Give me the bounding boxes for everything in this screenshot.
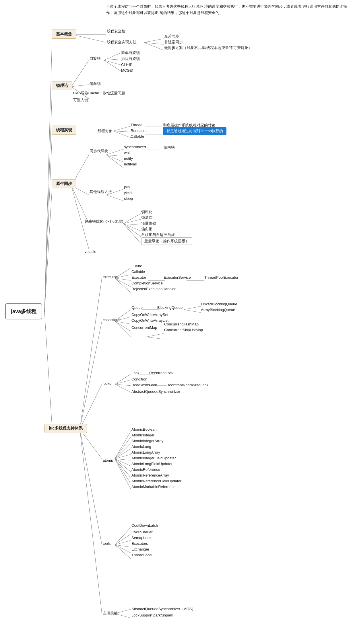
svg-line-27: [106, 149, 123, 155]
svg-line-16: [104, 60, 121, 71]
volatile-kw: volatile: [85, 249, 96, 254]
svg-line-70: [115, 432, 131, 459]
svg-line-67: [115, 384, 131, 392]
synchronized-kw: synchronized: [124, 145, 146, 149]
svg-line-58: [115, 321, 131, 337]
svg-line-78: [115, 459, 131, 477]
svg-line-30: [106, 155, 123, 168]
root-node: java多线程: [5, 303, 42, 319]
executorservice-class: ExecutorService: [164, 275, 191, 280]
callable-juc: Callable: [131, 270, 145, 274]
executor-label: executor: [103, 275, 117, 279]
atomicboolean-class: AtomicBoolean: [131, 427, 156, 432]
tools-label: tools: [103, 541, 110, 546]
concurrentmap-class: ConcurrentMap: [131, 325, 157, 330]
svg-line-29: [106, 155, 123, 162]
atomiclongfieldupdater-class: AtomicLongFieldUpdater: [131, 462, 172, 466]
cyclicbarrier-class: CyclicBarrier: [131, 530, 153, 534]
nonblocking-sync: 非阻塞同步: [164, 40, 183, 45]
svg-line-36: [123, 219, 141, 224]
atomicreferencearray-class: AtomicReferenceArray: [131, 473, 169, 477]
lock-interface: Lock: [131, 371, 139, 375]
threadpoolexecutor-class: ThreadPoolExecutor: [204, 275, 238, 280]
svg-line-81: [115, 528, 131, 545]
reentrantlock-class: ReentrantLock: [149, 371, 174, 375]
future-class: Future: [131, 264, 142, 268]
lock-elim: 锁清除: [141, 215, 152, 220]
svg-line-20: [113, 131, 131, 138]
cat-thread: 线程实现: [52, 126, 76, 135]
svg-line-76: [115, 459, 131, 466]
svg-line-37: [123, 224, 141, 225]
svg-line-82: [115, 534, 131, 545]
biased-lock-opt: 偏向锁: [141, 227, 152, 232]
svg-line-75: [115, 459, 131, 460]
mindmap-container: 当多个线程访问一个对象时，如果不考虑这些线程运行时环 境的调度和交替执行，也不需…: [0, 0, 353, 644]
concurrentskiplistmap-class: ConcurrentSkipListMap: [164, 328, 203, 332]
svg-line-45: [80, 429, 102, 545]
notify-method: notify: [124, 156, 133, 161]
abstractqueuedsynchronizer-class: AbstractQueuedSynchronizer: [131, 389, 180, 394]
executor-class: Executor: [131, 275, 146, 280]
svg-line-4: [44, 312, 52, 429]
svg-line-79: [115, 459, 131, 483]
heavy-lock: 重量级锁（操作系统层级）: [141, 237, 192, 245]
svg-line-35: [123, 214, 141, 224]
svg-line-83: [115, 540, 131, 545]
copyonwritearrayset-class: CopyOnWriteArraySet: [131, 313, 168, 317]
locksupport-class: LockSupport.park/unpark: [131, 613, 173, 617]
semaphore-class: Semaphore: [131, 536, 151, 540]
cas-cache: CAS导致Cache一致性流量问题: [73, 91, 125, 96]
svg-line-62: [146, 333, 164, 337]
svg-line-7: [144, 39, 164, 42]
svg-line-11: [71, 85, 89, 87]
reentrant-lock-theory: 可重入锁: [73, 97, 88, 103]
other-thread-methods: 其他线程方法: [90, 189, 112, 194]
thread-class: Thread: [131, 123, 142, 127]
svg-line-86: [115, 545, 131, 559]
blockingqueue-class: BlockingQueue: [157, 305, 183, 310]
mutex-sync: 互斥同步: [164, 34, 179, 39]
spinlock-label: 自旋锁: [90, 56, 101, 61]
svg-line-13: [104, 53, 121, 60]
simple-spinlock: 简单自旋锁: [121, 50, 140, 55]
svg-line-38: [123, 224, 141, 231]
queue-spinlock: 排队自旋锁: [121, 56, 140, 61]
svg-line-71: [115, 437, 131, 459]
locks-label: locks: [103, 381, 111, 386]
svg-line-15: [104, 60, 121, 65]
no-sync: 无同步方案（对象不共享/线程本地变量/不可变对象）: [164, 45, 252, 50]
svg-line-1: [44, 87, 52, 312]
notifyall-method: notifyall: [124, 162, 137, 166]
svg-line-73: [115, 449, 131, 459]
svg-line-41: [80, 278, 102, 429]
svg-line-57: [115, 321, 131, 331]
copyonwritearraylist-class: CopyOnWriteArrayList: [131, 318, 168, 323]
svg-line-26: [71, 186, 89, 249]
sync-biased: 偏向锁: [164, 145, 175, 150]
svg-line-18: [113, 126, 131, 131]
svg-line-49: [115, 278, 131, 280]
sleep-method: sleep: [124, 196, 133, 201]
cat-native: 原生同步: [52, 179, 76, 188]
yield-method: yield: [124, 191, 132, 195]
svg-line-8: [144, 42, 164, 44]
svg-line-47: [115, 268, 131, 278]
svg-line-39: [123, 224, 141, 237]
svg-line-10: [71, 60, 89, 87]
atomic-label: atomic: [103, 458, 114, 462]
svg-line-80: [115, 459, 131, 489]
svg-line-2: [44, 131, 52, 312]
cat-juc: juc多线程支持体系: [44, 424, 87, 433]
queue-class: Queue: [131, 305, 143, 310]
svg-line-66: [115, 384, 131, 386]
cat-basic: 基本概念: [52, 30, 76, 39]
completionservice-class: CompletionService: [131, 281, 163, 285]
svg-line-40: [123, 224, 141, 243]
svg-line-72: [115, 443, 131, 459]
impl-key-label: 实现关键: [103, 611, 118, 616]
cat-lock: 锁理论: [52, 81, 72, 90]
lightweight-lock: 轻量级锁: [141, 221, 156, 226]
linkedblockingqueue-class: LinkedBlockingQueue: [201, 302, 237, 306]
sync-block-label: 同步代码块: [90, 149, 108, 154]
